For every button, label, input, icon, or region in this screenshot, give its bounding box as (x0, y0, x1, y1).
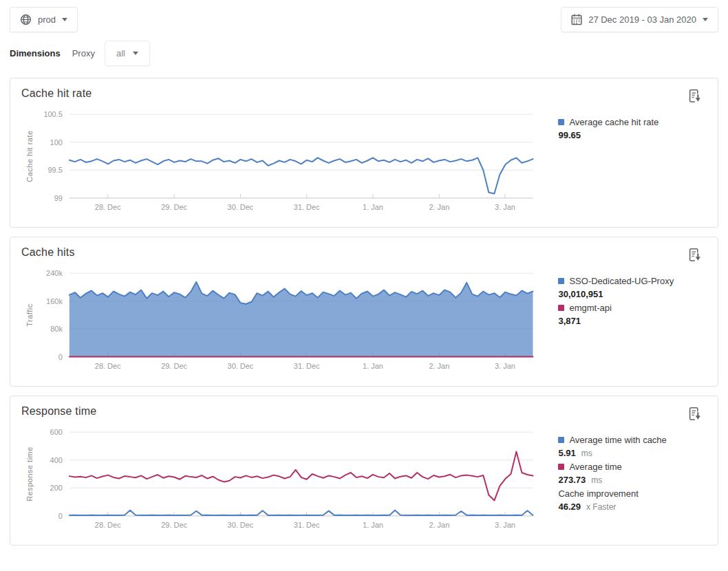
svg-text:29. Dec: 29. Dec (161, 521, 187, 529)
svg-text:28. Dec: 28. Dec (95, 521, 121, 529)
legend-swatch-icon (558, 305, 564, 311)
dimension-value-dropdown[interactable]: all (105, 41, 150, 66)
legend-value-row: 5.91ms (558, 446, 707, 459)
svg-text:2. Jan: 2. Jan (429, 521, 449, 529)
dashboard-cards: Cache hit rate100.510099.59928. Dec29. D… (10, 78, 718, 546)
svg-text:31. Dec: 31. Dec (294, 521, 320, 529)
svg-text:30. Dec: 30. Dec (228, 362, 254, 370)
chevron-down-icon (133, 52, 138, 55)
download-report-button[interactable] (687, 87, 703, 107)
legend-value-row: 99.65 (558, 129, 707, 141)
svg-text:160k: 160k (46, 297, 63, 305)
chart-plot-area[interactable]: 240k160k80k028. Dec29. Dec30. Dec31. Dec… (21, 268, 542, 376)
legend-entry[interactable]: emgmt-api3,871 (558, 303, 707, 327)
date-range-label: 27 Dec 2019 - 03 Jan 2020 (588, 14, 696, 25)
svg-text:99: 99 (54, 194, 63, 202)
dimension-value-label: all (116, 48, 125, 58)
download-report-icon (689, 413, 701, 424)
legend-swatch-icon (558, 464, 564, 470)
legend-series-label: emgmt-api (569, 303, 611, 313)
svg-text:29. Dec: 29. Dec (161, 362, 187, 370)
svg-text:240k: 240k (46, 269, 63, 277)
legend-value-row: 30,010,951 (558, 288, 707, 300)
svg-text:31. Dec: 31. Dec (294, 362, 320, 370)
legend-entry[interactable]: Average time273.73ms (558, 462, 707, 486)
svg-text:Traffic: Traffic (25, 303, 34, 326)
legend-swatch-icon (558, 119, 564, 125)
legend-series-value: 3,871 (558, 316, 581, 326)
legend-series-value: 46.29 (558, 502, 581, 512)
top-toolbar: prod 27 Dec 2019 - 03 Jan 2020 (10, 7, 718, 32)
legend-entry[interactable]: SSO-Dedicated-UG-Proxy30,010,951 (558, 276, 707, 300)
svg-text:400: 400 (50, 456, 63, 464)
svg-text:99.5: 99.5 (48, 166, 63, 174)
svg-text:600: 600 (50, 428, 63, 436)
legend-entry[interactable]: Average time with cache5.91ms (558, 435, 707, 459)
legend-series-label: Average time (569, 462, 621, 472)
dimension-name-label: Proxy (72, 48, 95, 58)
svg-text:30. Dec: 30. Dec (228, 521, 254, 529)
chart-card: Cache hits240k160k80k028. Dec29. Dec30. … (10, 237, 718, 387)
download-report-button[interactable] (687, 246, 703, 266)
svg-text:200: 200 (50, 484, 63, 492)
legend-value-row: 3,871 (558, 314, 707, 327)
legend-label-row: Cache improvement (558, 488, 707, 499)
chart-row: 240k160k80k028. Dec29. Dec30. Dec31. Dec… (21, 268, 707, 376)
globe-icon (20, 14, 32, 25)
chevron-down-icon (62, 18, 67, 21)
card-header: Response time (21, 405, 707, 425)
legend-series-label: Average time with cache (569, 435, 666, 445)
environment-selector[interactable]: prod (10, 7, 78, 32)
svg-text:1. Jan: 1. Jan (363, 521, 383, 529)
legend-label-row: emgmt-api (558, 303, 707, 313)
legend-series-unit: ms (581, 449, 592, 458)
legend-label-row: Average time with cache (558, 435, 707, 445)
svg-text:2. Jan: 2. Jan (429, 362, 449, 370)
svg-text:2. Jan: 2. Jan (429, 203, 449, 211)
legend-entry[interactable]: Average cache hit rate99.65 (558, 117, 707, 141)
calendar-icon (571, 14, 582, 25)
legend-entry[interactable]: Cache improvement46.29x Faster (558, 488, 707, 513)
card-title: Cache hits (21, 246, 75, 259)
legend-series-unit: ms (591, 475, 602, 485)
card-header: Cache hit rate (21, 87, 707, 107)
chart-plot-area[interactable]: 100.510099.59928. Dec29. Dec30. Dec31. D… (21, 109, 542, 217)
svg-text:3. Jan: 3. Jan (495, 203, 515, 211)
svg-text:80k: 80k (50, 325, 63, 333)
date-range-picker[interactable]: 27 Dec 2019 - 03 Jan 2020 (561, 7, 718, 32)
dimensions-label: Dimensions (10, 48, 61, 58)
svg-text:31. Dec: 31. Dec (294, 203, 320, 211)
download-report-icon (689, 96, 701, 106)
chart-row: 100.510099.59928. Dec29. Dec30. Dec31. D… (21, 109, 707, 217)
svg-text:Response time: Response time (25, 446, 34, 502)
card-header: Cache hits (21, 246, 707, 266)
download-report-icon (689, 255, 701, 265)
svg-text:3. Jan: 3. Jan (495, 362, 515, 370)
svg-text:0: 0 (58, 353, 63, 361)
chart-card: Response time600400200028. Dec29. Dec30.… (10, 396, 718, 546)
download-report-button[interactable] (687, 405, 703, 425)
environment-label: prod (38, 14, 56, 25)
svg-text:0: 0 (58, 512, 63, 520)
chart-row: 600400200028. Dec29. Dec30. Dec31. Dec1.… (21, 427, 707, 535)
chart-legend: Average cache hit rate99.65 (542, 109, 707, 217)
svg-text:29. Dec: 29. Dec (161, 203, 187, 211)
legend-label-row: SSO-Dedicated-UG-Proxy (558, 276, 707, 286)
legend-series-value: 5.91 (558, 448, 575, 458)
legend-series-unit: x Faster (586, 502, 616, 512)
legend-swatch-icon (558, 278, 564, 284)
svg-text:28. Dec: 28. Dec (95, 203, 121, 211)
legend-series-label: Cache improvement (558, 488, 638, 499)
chevron-down-icon (703, 18, 708, 21)
legend-swatch-icon (558, 437, 564, 443)
chart-legend: Average time with cache5.91msAverage tim… (542, 427, 707, 535)
svg-text:100.5: 100.5 (43, 110, 62, 118)
legend-series-value: 273.73 (558, 475, 586, 485)
chart-plot-area[interactable]: 600400200028. Dec29. Dec30. Dec31. Dec1.… (21, 427, 542, 535)
chart-legend: SSO-Dedicated-UG-Proxy30,010,951emgmt-ap… (542, 268, 707, 376)
legend-value-row: 273.73ms (558, 473, 707, 486)
legend-value-row: 46.29x Faster (558, 500, 707, 513)
svg-text:1. Jan: 1. Jan (363, 203, 383, 211)
svg-text:30. Dec: 30. Dec (228, 203, 254, 211)
chart-card: Cache hit rate100.510099.59928. Dec29. D… (10, 78, 718, 228)
